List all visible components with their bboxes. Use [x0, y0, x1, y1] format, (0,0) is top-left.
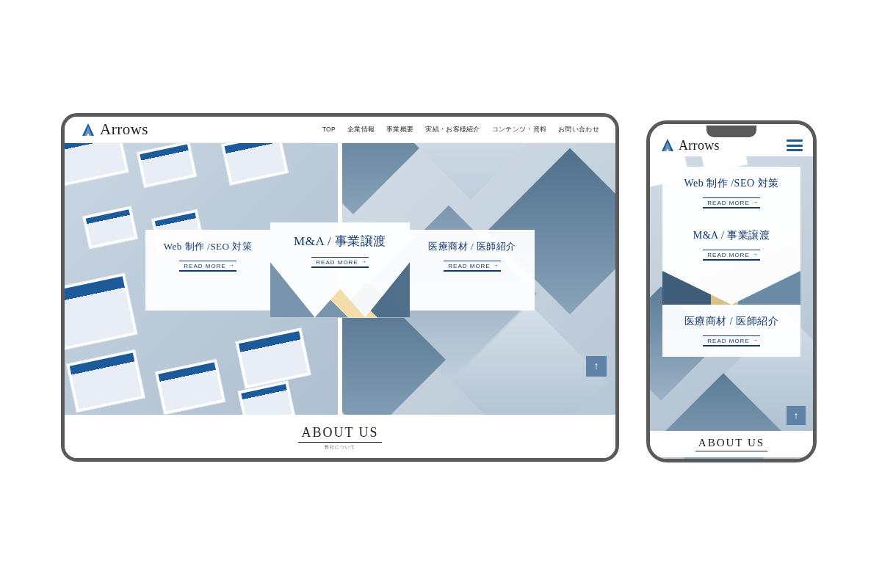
- nav-contact[interactable]: お問い合わせ: [558, 126, 599, 134]
- hero-section: Web 制作 /SEO 対策 READ MORE M&A / 事業譲渡 READ…: [65, 143, 615, 415]
- arrow-up-icon: ↑: [794, 410, 799, 421]
- nav-contents[interactable]: コンテンツ・資料: [492, 126, 546, 134]
- hamburger-menu-icon[interactable]: [787, 139, 803, 151]
- service-title: 医療商材 / 医師紹介: [684, 315, 778, 328]
- service-card-medical[interactable]: 医療商材 / 医師紹介 READ MORE: [410, 230, 535, 311]
- read-more-link[interactable]: READ MORE: [703, 197, 759, 208]
- service-card-ma[interactable]: M&A / 事業譲渡 READ MORE: [662, 219, 800, 305]
- mobile-service-cards: Web 制作 /SEO 対策 READ MORE M&A / 事業譲渡 READ…: [662, 167, 800, 357]
- brand-logo-mark-icon: [81, 123, 95, 137]
- about-subheading: 弊社について: [325, 444, 355, 451]
- service-title: M&A / 事業譲渡: [693, 229, 770, 242]
- nav-business[interactable]: 事業概要: [386, 126, 413, 134]
- service-title: Web 制作 /SEO 対策: [684, 177, 778, 190]
- service-title: M&A / 事業譲渡: [294, 233, 386, 250]
- service-title: Web 制作 /SEO 対策: [164, 240, 252, 253]
- about-us-section: ABOUT US 弊社について: [65, 415, 615, 459]
- read-more-link[interactable]: READ MORE: [703, 335, 759, 346]
- service-card-web-seo[interactable]: Web 制作 /SEO 対策 READ MORE: [145, 230, 270, 311]
- about-us-section: ABOUT US: [650, 431, 813, 457]
- brand-logo-mark-icon: [660, 138, 675, 153]
- mobile-preview: Arrows Web 制作 /SEO 対策 READ MORE M&A / 事業…: [646, 120, 817, 462]
- brand-logo-text: Arrows: [679, 138, 720, 153]
- desktop-preview: Arrows TOP 企業情報 事業概要 実績・お客様紹介 コンテンツ・資料 お…: [61, 113, 619, 462]
- service-card-ma[interactable]: M&A / 事業譲渡 READ MORE: [270, 222, 410, 318]
- site-header: Arrows TOP 企業情報 事業概要 実績・お客様紹介 コンテンツ・資料 お…: [65, 117, 615, 143]
- nav-top[interactable]: TOP: [322, 126, 336, 134]
- about-heading: ABOUT US: [695, 437, 767, 451]
- brand-logo-text: Arrows: [100, 120, 148, 139]
- scroll-to-top-button[interactable]: ↑: [787, 406, 806, 425]
- service-card-web-seo[interactable]: Web 制作 /SEO 対策 READ MORE: [662, 167, 800, 219]
- service-title: 医療商材 / 医師紹介: [428, 240, 516, 253]
- phone-notch: [706, 126, 756, 137]
- nav-company[interactable]: 企業情報: [347, 126, 375, 134]
- service-card-medical[interactable]: 医療商材 / 医師紹介 READ MORE: [662, 305, 800, 357]
- main-nav: TOP 企業情報 事業概要 実績・お客様紹介 コンテンツ・資料 お問い合わせ: [322, 126, 599, 134]
- read-more-link[interactable]: READ MORE: [703, 250, 759, 261]
- nav-works[interactable]: 実績・お客様紹介: [425, 126, 480, 134]
- scroll-to-top-button[interactable]: ↑: [586, 356, 607, 377]
- arrow-up-icon: ↑: [594, 360, 599, 372]
- about-heading: ABOUT US: [298, 425, 381, 443]
- service-card-image: [662, 271, 800, 305]
- service-card-image: [270, 262, 410, 317]
- read-more-link[interactable]: READ MORE: [179, 261, 236, 272]
- service-cards: Web 制作 /SEO 対策 READ MORE M&A / 事業譲渡 READ…: [145, 230, 535, 318]
- read-more-link[interactable]: READ MORE: [311, 257, 368, 268]
- brand-logo[interactable]: Arrows: [81, 120, 148, 139]
- read-more-link[interactable]: READ MORE: [444, 261, 500, 272]
- mobile-body: Web 制作 /SEO 対策 READ MORE M&A / 事業譲渡 READ…: [650, 156, 813, 459]
